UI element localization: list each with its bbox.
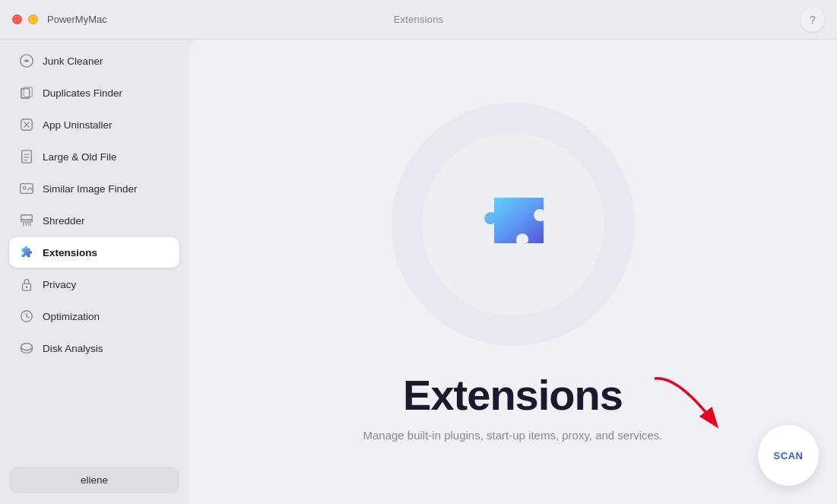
sidebar-item-optimization[interactable]: Optimization	[9, 301, 179, 331]
icon-outer-circle	[392, 103, 635, 346]
svg-point-20	[26, 286, 28, 288]
minimize-button[interactable]	[28, 14, 38, 24]
svg-point-12	[23, 186, 26, 189]
duplicates-finder-icon	[18, 84, 35, 101]
title-bar: PowerMyMac Extensions ?	[0, 0, 837, 40]
scan-button[interactable]: SCAN	[758, 425, 819, 486]
svg-rect-18	[21, 220, 33, 222]
sidebar-item-privacy[interactable]: Privacy	[9, 269, 179, 300]
sidebar-item-label: Similar Image Finder	[43, 183, 138, 195]
section-title: Extensions	[394, 14, 444, 25]
svg-line-17	[30, 222, 31, 226]
sidebar-item-similar-image-finder[interactable]: Similar Image Finder	[9, 173, 179, 204]
sidebar-item-label: Extensions	[43, 247, 97, 258]
svg-rect-13	[21, 215, 33, 220]
content-area: Extensions Manage built-in plugins, star…	[189, 40, 837, 504]
sidebar-item-extensions[interactable]: Extensions	[9, 237, 179, 268]
sidebar-item-label: Junk Cleaner	[43, 55, 103, 67]
app-uninstaller-icon	[18, 116, 35, 133]
svg-point-23	[21, 344, 33, 350]
sidebar-item-label: Disk Analysis	[43, 343, 103, 354]
large-old-file-icon	[18, 148, 35, 165]
sidebar-item-app-uninstaller[interactable]: App Uninstaller	[9, 109, 179, 140]
sidebar-item-label: Large & Old File	[43, 151, 117, 163]
optimization-icon	[18, 308, 35, 325]
sidebar-item-duplicates-finder[interactable]: Duplicates Finder	[9, 78, 179, 108]
extensions-icon	[18, 244, 35, 261]
content-title: Extensions	[403, 370, 623, 420]
svg-rect-7	[22, 151, 32, 163]
user-section: eliene	[9, 462, 179, 498]
junk-cleaner-icon	[18, 52, 35, 69]
sidebar: Junk Cleaner Duplicates Finder	[0, 40, 189, 504]
sidebar-item-disk-analysis[interactable]: Disk Analysis	[9, 333, 179, 363]
privacy-icon	[18, 276, 35, 293]
disk-analysis-icon	[18, 340, 35, 357]
main-layout: Junk Cleaner Duplicates Finder	[0, 40, 837, 504]
sidebar-item-label: App Uninstaller	[43, 119, 113, 131]
sidebar-item-label: Duplicates Finder	[43, 87, 122, 99]
content-subtitle: Manage built-in plugins, start-up items,…	[363, 429, 662, 442]
sidebar-item-label: Optimization	[43, 311, 100, 322]
extensions-puzzle-icon	[452, 163, 574, 285]
similar-image-finder-icon	[18, 180, 35, 197]
app-brand: PowerMyMac	[47, 14, 107, 25]
sidebar-item-label: Shredder	[43, 215, 85, 227]
svg-line-16	[28, 222, 29, 226]
user-button[interactable]: eliene	[9, 467, 179, 493]
svg-line-14	[23, 222, 24, 226]
help-button[interactable]: ?	[801, 8, 825, 32]
traffic-lights	[12, 14, 38, 24]
sidebar-item-shredder[interactable]: Shredder	[9, 205, 179, 236]
close-button[interactable]	[12, 14, 22, 24]
sidebar-item-junk-cleaner[interactable]: Junk Cleaner	[9, 46, 179, 76]
sidebar-item-large-old-file[interactable]: Large & Old File	[9, 141, 179, 172]
sidebar-item-label: Privacy	[43, 279, 76, 290]
shredder-icon	[18, 212, 35, 229]
icon-inner-circle	[422, 133, 604, 315]
